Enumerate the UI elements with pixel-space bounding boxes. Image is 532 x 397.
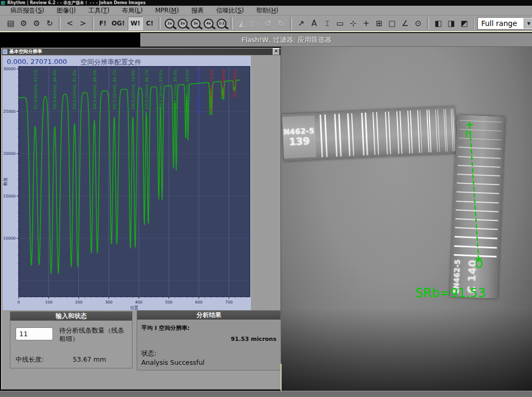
toolbar-separator [92,17,94,30]
toolbar-groups: ▤⚙⚙↻<>F!OG!W!C!1x2x3x4x1:1◭▷↺↻↗A⌶▭⊹+⊞▢∠⊙… [2,16,473,31]
srb-result-annotation: SRb=91.53 [415,286,486,300]
reset-view-icon[interactable]: ↻ [44,17,56,30]
toolbar-separator [290,17,292,30]
zoom-1to1-button[interactable]: 1:1 [216,17,228,30]
profile-line-icon[interactable]: ⌶ [321,17,333,30]
svg-text:500: 500 [165,300,173,305]
zoom-3x-button[interactable]: 3x [190,17,202,30]
close-button[interactable]: × [273,48,280,55]
magnifier-icon: 1:1 [217,19,227,29]
xray-image-view[interactable]: N462-5 139 EN462-5 C 140 h SRb=91.53 [281,47,532,391]
svg-text:D12(0.06mm): D12(0.06mm) [221,70,225,97]
lut-palette-icon[interactable]: ◩ [458,17,470,30]
chart-panel: D1(0.80mm), 93.1%D2(0.63mm), 94.4%D3(0.5… [3,56,251,310]
toolbar-separator [231,17,233,30]
c-filter-button[interactable]: C! [144,17,155,30]
open-report-icon[interactable]: ▤ [5,17,17,30]
input-status-panel: 输入和状态 待分析线条数量（线条粗细） 中线长度: 53.67 mm [10,311,132,368]
menu-item-1[interactable]: 图像(I) [50,6,82,15]
menu-item-5[interactable]: 报表 [185,6,210,15]
chevron-down-icon[interactable]: ▼ [524,18,532,29]
menu-item-7[interactable]: 帮助(H) [250,6,284,15]
rect-roi-icon[interactable]: ▢ [386,17,398,30]
resolution-dialog[interactable]: 基本空间分辨率 × D1(0.80mm), 93.1%D2(0.63mm), 9… [1,48,281,390]
zoom-2x-button[interactable]: 2x [177,17,189,30]
flip-horizontal-icon[interactable]: ◭ [236,17,248,30]
menu-item-6[interactable]: 信噪比(S) [210,6,250,15]
menu-item-3[interactable]: 布局(L) [116,6,149,15]
measurement-overlay[interactable]: h SRb=91.53 [281,47,532,391]
batch-process-gears-icon[interactable]: ⚙ [18,17,30,30]
menu-item-4[interactable]: MPR(M) [149,7,185,14]
svg-text:10000: 10000 [3,236,16,241]
zoom-4x-button[interactable]: 4x [203,17,215,30]
w-filter-button[interactable]: W! [128,17,143,30]
viewport-status-bar: Flash!W, 过滤器: 应用筛选器 [140,33,532,47]
svg-text:25000: 25000 [3,109,16,114]
svg-text:200: 200 [75,300,83,305]
flash-filter-button[interactable]: F! [97,17,109,30]
image-measure-icon[interactable]: ⊞ [373,17,385,30]
analysis-results-panel: 分析结果 平均 I 空间分辨率: 91.53 microns 状态: Analy… [137,310,281,370]
flip-vertical-icon[interactable]: ▷ [249,17,261,30]
line-start-cross-icon[interactable] [467,122,473,128]
status-label: 状态: [141,349,156,358]
menu-item-0[interactable]: 病历报告(S) [4,6,50,15]
chart-title: 空间分辨率配置文件 [81,58,141,67]
svg-text:D6(0.25mm), 74.8%: D6(0.25mm), 74.8% [131,70,136,109]
svg-text:600: 600 [195,300,203,305]
window-level-region-icon[interactable]: ◨ [445,17,457,30]
ruler-icon[interactable]: ▭ [334,17,346,30]
svg-text:100: 100 [45,300,53,305]
centerline-length-label: 中线长度: [16,355,44,364]
og-filter-button[interactable]: OG! [110,17,127,30]
measurement-line[interactable] [470,125,478,259]
status-value: Analysis Successful [141,359,205,366]
rotate-right-icon[interactable]: ↻ [275,17,287,30]
svg-text:D8(0.16mm), 50.3%: D8(0.16mm), 50.3% [158,70,163,109]
mean-resolution-label: 平均 I 空间分辨率: [141,324,190,332]
magnifier-icon: 4x [204,19,214,29]
run-process-gear-icon[interactable]: ⚙ [31,17,43,30]
zoom-1x-button[interactable]: 1x [164,17,176,30]
svg-text:D1(0.80mm), 93.1%: D1(0.80mm), 93.1% [33,70,38,109]
menu-item-2[interactable]: 工具(T) [82,6,116,15]
ellipse-roi-icon[interactable]: ⊙ [412,17,424,30]
magnifier-icon: 1x [165,19,175,29]
window-title: Rhythm | Review 6.2 - - 非生产版本！ - - - Joh… [7,0,145,6]
window-level-auto-icon[interactable]: ◧ [432,17,444,30]
resolution-profile-chart[interactable]: D1(0.80mm), 93.1%D2(0.63mm), 94.4%D3(0.5… [3,56,251,310]
window-titlebar[interactable]: Rhythm | Review 6.2 - - 非生产版本！ - - - Joh… [0,0,532,6]
svg-text:D0 90(153 µm), 20.1%: D0 90(153 µm), 20.1% [197,70,202,114]
bottom-statusbar [0,391,532,397]
svg-text:D2(0.63mm), 94.4%: D2(0.63mm), 94.4% [52,70,57,109]
dialog-title: 基本空间分辨率 [9,48,271,55]
angle-measure-icon[interactable]: ∠ [399,17,411,30]
dialog-edge-highlight [281,364,282,391]
svg-text:D13(0.05mm): D13(0.05mm) [232,70,237,97]
svg-text:D11(0.08mm), 13.2%: D11(0.08mm), 13.2% [209,70,214,112]
display-range-select[interactable]: Full range ▼ [477,17,532,30]
svg-text:D9(0.13mm), 39.7%: D9(0.13mm), 39.7% [173,70,178,109]
rotate-left-icon[interactable]: ↺ [262,17,274,30]
svg-text:D4(0.40mm), 88.3%: D4(0.40mm), 88.3% [92,70,97,109]
input-panel-header: 输入和状态 [10,312,132,321]
svg-text:D7(0.20mm), 66.1%: D7(0.20mm), 66.1% [144,70,149,109]
application-window: Rhythm | Review 6.2 - - 非生产版本！ - - - Joh… [0,0,532,397]
svg-text:D3(0.50mm), 91.9%: D3(0.50mm), 91.9% [72,70,77,109]
next-image-button[interactable]: > [77,17,89,30]
annotation-text-icon[interactable]: A [308,17,320,30]
app-icon [1,1,5,5]
toolbar: ▤⚙⚙↻<>F!OG!W!C!1x2x3x4x1:1◭▷↺↻↗A⌶▭⊹+⊞▢∠⊙… [0,16,532,32]
toolbar-separator [427,17,429,30]
svg-text:位置: 位置 [130,306,139,310]
svg-text:D5(0.32mm), 84.1%: D5(0.32mm), 84.1% [112,70,117,109]
crosshair-icon[interactable]: ⊹ [347,17,359,30]
measurement-h-label: h [465,128,472,140]
annotation-arrow-icon[interactable]: ↗ [295,17,307,30]
previous-image-button[interactable]: < [64,17,76,30]
point-marker-icon[interactable]: + [360,17,372,30]
filter-status-text: Flash!W, 过滤器: 应用筛选器 [242,35,331,45]
dialog-titlebar[interactable]: 基本空间分辨率 × [2,48,281,55]
line-count-input[interactable] [16,327,53,340]
